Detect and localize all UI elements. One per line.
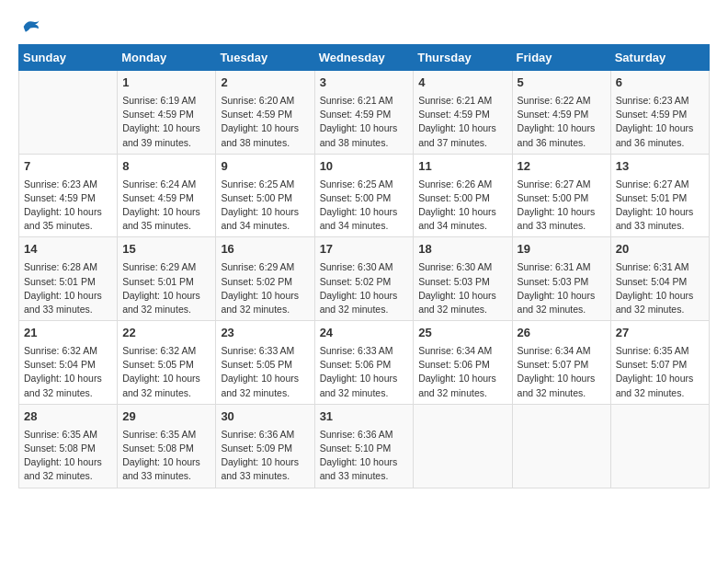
- day-info-line: Daylight: 10 hours: [320, 121, 409, 135]
- calendar-cell: 12Sunrise: 6:27 AMSunset: 5:00 PMDayligh…: [512, 154, 610, 237]
- day-info-line: Sunset: 5:08 PM: [24, 442, 112, 455]
- day-info-line: Daylight: 10 hours: [122, 372, 210, 385]
- day-info-line: and 37 minutes.: [418, 136, 506, 150]
- day-info-line: Sunrise: 6:34 AM: [418, 344, 506, 358]
- day-number: 25: [418, 325, 506, 342]
- day-info-line: and 33 minutes.: [320, 469, 409, 483]
- calendar-cell: 9Sunrise: 6:25 AMSunset: 5:00 PMDaylight…: [216, 154, 314, 237]
- day-info-line: Sunrise: 6:36 AM: [320, 428, 409, 442]
- day-info-line: Sunrise: 6:32 AM: [24, 344, 112, 358]
- day-info-line: and 39 minutes.: [122, 136, 210, 150]
- calendar-cell: 25Sunrise: 6:34 AMSunset: 5:06 PMDayligh…: [414, 321, 512, 405]
- day-info-line: Sunset: 5:04 PM: [616, 275, 704, 289]
- day-info-line: Daylight: 10 hours: [122, 121, 210, 135]
- day-number: 27: [616, 325, 704, 342]
- calendar-cell: 6Sunrise: 6:23 AMSunset: 4:59 PMDaylight…: [610, 71, 709, 155]
- day-number: 29: [122, 408, 210, 426]
- day-info-line: Sunset: 5:05 PM: [221, 358, 309, 372]
- calendar-cell: 20Sunrise: 6:31 AMSunset: 5:04 PMDayligh…: [610, 237, 709, 321]
- calendar-cell: 5Sunrise: 6:22 AMSunset: 4:59 PMDaylight…: [512, 71, 610, 155]
- day-info-line: Sunset: 5:00 PM: [221, 191, 309, 205]
- day-info-line: Sunset: 5:07 PM: [616, 358, 704, 372]
- day-info-line: Sunrise: 6:25 AM: [320, 178, 409, 191]
- day-info-line: Sunrise: 6:27 AM: [518, 178, 606, 191]
- day-info-line: Sunrise: 6:35 AM: [122, 428, 210, 442]
- day-info-line: and 32 minutes.: [518, 303, 606, 316]
- calendar-cell: 30Sunrise: 6:36 AMSunset: 5:09 PMDayligh…: [216, 404, 314, 488]
- day-info-line: Daylight: 10 hours: [320, 205, 409, 219]
- day-info-line: Sunrise: 6:33 AM: [320, 344, 409, 358]
- calendar-cell: 10Sunrise: 6:25 AMSunset: 5:00 PMDayligh…: [314, 154, 414, 237]
- week-row-4: 21Sunrise: 6:32 AMSunset: 5:04 PMDayligh…: [19, 321, 710, 405]
- day-number: 17: [320, 241, 409, 259]
- day-info-line: Sunset: 5:02 PM: [221, 275, 309, 289]
- day-info-line: Sunset: 5:04 PM: [24, 358, 112, 372]
- day-info-line: Sunset: 5:06 PM: [418, 358, 506, 372]
- day-info-line: Sunset: 5:03 PM: [418, 275, 506, 289]
- day-info-line: Sunrise: 6:23 AM: [24, 178, 112, 191]
- day-info-line: Sunrise: 6:31 AM: [616, 260, 704, 274]
- day-info-line: and 33 minutes.: [122, 469, 210, 483]
- calendar-cell: 3Sunrise: 6:21 AMSunset: 4:59 PMDaylight…: [314, 71, 414, 155]
- page-header: [18, 18, 710, 35]
- day-number: 28: [24, 408, 112, 426]
- day-info-line: Daylight: 10 hours: [518, 289, 606, 303]
- day-number: 18: [418, 241, 506, 259]
- day-info-line: Sunrise: 6:34 AM: [518, 344, 606, 358]
- day-number: 9: [221, 158, 309, 176]
- calendar-cell: [19, 71, 118, 155]
- calendar-table: SundayMondayTuesdayWednesdayThursdayFrid…: [18, 44, 710, 488]
- header-day-friday: Friday: [512, 45, 610, 71]
- day-info-line: Sunrise: 6:19 AM: [122, 94, 210, 108]
- header-day-saturday: Saturday: [610, 45, 709, 71]
- day-number: 23: [221, 325, 309, 342]
- day-info-line: Sunrise: 6:36 AM: [221, 428, 309, 442]
- day-info-line: Daylight: 10 hours: [320, 455, 409, 469]
- day-info-line: and 38 minutes.: [320, 136, 409, 150]
- day-info-line: Sunset: 5:08 PM: [122, 442, 210, 455]
- day-number: 31: [320, 408, 409, 426]
- day-info-line: and 38 minutes.: [221, 136, 309, 150]
- day-number: 16: [221, 241, 309, 259]
- day-info-line: Daylight: 10 hours: [418, 289, 506, 303]
- day-info-line: Daylight: 10 hours: [616, 289, 704, 303]
- day-info-line: Sunset: 4:59 PM: [616, 108, 704, 121]
- week-row-2: 7Sunrise: 6:23 AMSunset: 4:59 PMDaylight…: [19, 154, 710, 237]
- day-info-line: Sunset: 5:09 PM: [221, 442, 309, 455]
- day-info-line: and 32 minutes.: [24, 386, 112, 400]
- day-info-line: and 36 minutes.: [616, 136, 704, 150]
- logo: [18, 18, 40, 35]
- day-info-line: Sunset: 5:05 PM: [122, 358, 210, 372]
- day-info-line: Daylight: 10 hours: [418, 205, 506, 219]
- day-info-line: and 35 minutes.: [122, 219, 210, 233]
- calendar-cell: 31Sunrise: 6:36 AMSunset: 5:10 PMDayligh…: [314, 404, 414, 488]
- day-info-line: and 33 minutes.: [24, 303, 112, 316]
- day-info-line: Daylight: 10 hours: [122, 289, 210, 303]
- calendar-header-row: SundayMondayTuesdayWednesdayThursdayFrid…: [19, 45, 710, 71]
- day-info-line: Daylight: 10 hours: [320, 289, 409, 303]
- header-day-sunday: Sunday: [19, 45, 118, 71]
- day-info-line: Sunrise: 6:35 AM: [24, 428, 112, 442]
- day-info-line: Daylight: 10 hours: [24, 372, 112, 385]
- day-info-line: Daylight: 10 hours: [616, 121, 704, 135]
- day-info-line: Sunset: 5:10 PM: [320, 442, 409, 455]
- day-info-line: Sunrise: 6:30 AM: [418, 260, 506, 274]
- day-number: 3: [320, 75, 409, 92]
- day-info-line: Daylight: 10 hours: [221, 289, 309, 303]
- calendar-cell: 7Sunrise: 6:23 AMSunset: 4:59 PMDaylight…: [19, 154, 118, 237]
- day-info-line: and 32 minutes.: [616, 303, 704, 316]
- day-info-line: Daylight: 10 hours: [418, 121, 506, 135]
- day-info-line: Sunset: 5:00 PM: [518, 191, 606, 205]
- day-number: 2: [221, 75, 309, 92]
- day-info-line: Sunset: 5:00 PM: [418, 191, 506, 205]
- day-number: 13: [616, 158, 704, 176]
- day-info-line: Sunset: 5:02 PM: [320, 275, 409, 289]
- header-day-tuesday: Tuesday: [216, 45, 314, 71]
- calendar-cell: [512, 404, 610, 488]
- calendar-cell: 18Sunrise: 6:30 AMSunset: 5:03 PMDayligh…: [414, 237, 512, 321]
- calendar-cell: 19Sunrise: 6:31 AMSunset: 5:03 PMDayligh…: [512, 237, 610, 321]
- calendar-cell: 17Sunrise: 6:30 AMSunset: 5:02 PMDayligh…: [314, 237, 414, 321]
- day-info-line: Daylight: 10 hours: [518, 372, 606, 385]
- day-info-line: Sunrise: 6:28 AM: [24, 260, 112, 274]
- calendar-cell: 4Sunrise: 6:21 AMSunset: 4:59 PMDaylight…: [414, 71, 512, 155]
